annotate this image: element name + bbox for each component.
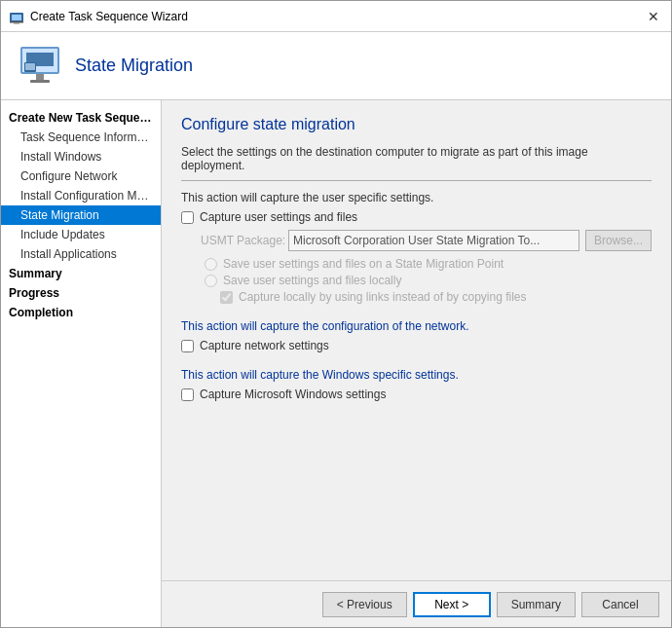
sidebar-item-include-updates[interactable]: Include Updates [1,225,161,244]
wizard-window: Create Task Sequence Wizard ✕ State Migr… [0,0,672,628]
sidebar-item-summary[interactable]: Summary [1,264,161,283]
sidebar-item-install-config[interactable]: Install Configuration Ma... [1,186,161,205]
capture-windows-row: Capture Microsoft Windows settings [181,388,652,401]
section2-label: This action will capture the configurati… [181,319,652,333]
capture-network-checkbox[interactable] [181,340,194,352]
sidebar-item-completion[interactable]: Completion [1,303,161,322]
radio-save-locally[interactable] [205,275,217,287]
capture-network-row: Capture network settings [181,339,652,352]
footer: < Previous Next > Summary Cancel [162,580,671,627]
usmt-input[interactable] [288,230,579,251]
previous-button[interactable]: < Previous [322,592,407,617]
description-text: Select the settings on the destination c… [181,145,652,181]
title-bar-text: Create Task Sequence Wizard [30,10,644,23]
svg-rect-8 [30,80,50,83]
capture-windows-checkbox[interactable] [181,388,194,401]
capture-network-label: Capture network settings [200,339,329,352]
svg-rect-7 [36,74,44,80]
cancel-button[interactable]: Cancel [581,592,659,617]
content-body: Configure state migration Select the set… [162,100,671,580]
sidebar-item-create-new[interactable]: Create New Task Sequence [1,108,161,128]
summary-button[interactable]: Summary [497,592,576,617]
radio-migration-point[interactable] [205,258,217,271]
header-title: State Migration [75,55,193,76]
section3-label: This action will capture the Windows spe… [181,368,652,382]
svg-rect-10 [25,63,35,70]
sidebar-item-state-migration[interactable]: State Migration [1,205,161,225]
capture-user-checkbox[interactable] [181,211,194,224]
sidebar: Create New Task Sequence Task Sequence I… [1,100,162,627]
radio2-label: Save user settings and files locally [223,274,401,287]
header: State Migration [1,32,671,100]
svg-rect-1 [12,15,21,20]
section1-label: This action will capture the user specif… [181,191,652,204]
capture-locally-label: Capture locally by using links instead o… [239,290,527,304]
sidebar-item-progress[interactable]: Progress [1,283,161,303]
content-area: Configure state migration Select the set… [162,100,671,627]
sidebar-item-configure-network[interactable]: Configure Network [1,166,161,186]
radio1-label: Save user settings and files on a State … [223,257,504,271]
capture-user-label: Capture user settings and files [200,210,357,224]
capture-locally-checkbox[interactable] [220,291,233,304]
close-button[interactable]: ✕ [644,7,663,26]
svg-rect-3 [14,22,19,23]
next-button[interactable]: Next > [413,592,491,617]
sidebar-item-install-windows[interactable]: Install Windows [1,147,161,166]
svg-rect-2 [10,21,23,23]
browse-button[interactable]: Browse... [585,230,652,251]
page-title: Configure state migration [181,116,652,133]
capture-windows-label: Capture Microsoft Windows settings [200,388,386,401]
sidebar-item-task-seq-info[interactable]: Task Sequence Informatio... [1,128,161,147]
sidebar-item-install-apps[interactable]: Install Applications [1,244,161,264]
usmt-row: USMT Package: Browse... [201,230,652,251]
capture-user-row: Capture user settings and files [181,210,652,224]
header-computer-icon [17,43,63,90]
radio1-row: Save user settings and files on a State … [205,257,652,271]
window-icon [9,9,24,24]
title-bar: Create Task Sequence Wizard ✕ [1,1,671,32]
radio2-row: Save user settings and files locally [205,274,652,287]
usmt-label: USMT Package: [201,234,288,247]
capture-locally-row: Capture locally by using links instead o… [220,290,652,304]
main-content: Create New Task Sequence Task Sequence I… [1,100,671,627]
